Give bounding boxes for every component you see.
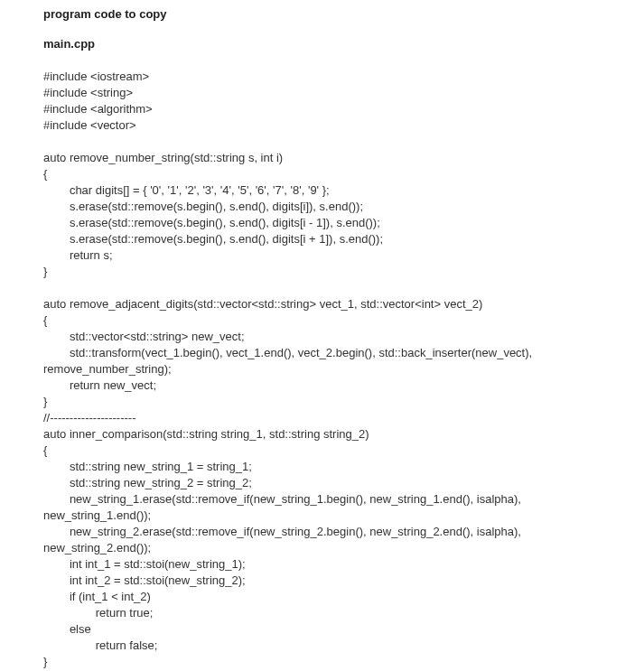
- code-line: s.erase(std::remove(s.begin(), s.end(), …: [43, 231, 644, 247]
- code-line: std::vector<std::string> new_vect;: [43, 329, 644, 345]
- code-line: return true;: [43, 605, 644, 621]
- code-line: #include <vector>: [43, 117, 644, 134]
- code-line: {: [43, 443, 644, 459]
- code-line: s.erase(std::remove(s.begin(), s.end(), …: [43, 199, 644, 215]
- code-line: #include <string>: [43, 85, 644, 101]
- code-line: char digits[] = { '0', '1', '2', '3', '4…: [43, 182, 644, 199]
- code-line: }: [43, 654, 644, 670]
- code-line: new_string_2.erase(std::remove_if(new_st…: [43, 524, 644, 540]
- page-container: program code to copy main.cpp #include <…: [0, 0, 644, 670]
- code-line: }: [43, 394, 644, 410]
- code-line: return s;: [43, 247, 644, 264]
- code-line: #include <iostream>: [43, 69, 644, 85]
- code-line: }: [43, 264, 644, 280]
- filename-label: main.cpp: [43, 37, 644, 51]
- code-line: int int_1 = std::stoi(new_string_1);: [43, 556, 644, 573]
- code-line: else: [43, 621, 644, 638]
- code-line: #include <algorithm>: [43, 101, 644, 117]
- code-line: [43, 280, 644, 296]
- section-heading: program code to copy: [43, 7, 644, 21]
- code-line: remove_number_string);: [43, 361, 644, 377]
- code-line: std::string new_string_2 = string_2;: [43, 475, 644, 491]
- code-line: //----------------------: [43, 410, 644, 426]
- code-line: new_string_1.erase(std::remove_if(new_st…: [43, 491, 644, 508]
- code-line: auto remove_number_string(std::string s,…: [43, 150, 644, 166]
- code-line: std::transform(vect_1.begin(), vect_1.en…: [43, 345, 644, 361]
- code-line: std::string new_string_1 = string_1;: [43, 459, 644, 475]
- code-line: new_string_1.end());: [43, 508, 644, 524]
- code-block: #include <iostream>#include <string>#inc…: [43, 69, 644, 670]
- code-line: int int_2 = std::stoi(new_string_2);: [43, 573, 644, 589]
- code-line: return false;: [43, 638, 644, 654]
- code-line: {: [43, 166, 644, 182]
- code-line: auto inner_comparison(std::string string…: [43, 426, 644, 443]
- code-line: auto remove_adjacent_digits(std::vector<…: [43, 296, 644, 312]
- code-line: s.erase(std::remove(s.begin(), s.end(), …: [43, 215, 644, 231]
- code-line: new_string_2.end());: [43, 540, 644, 556]
- code-line: [43, 134, 644, 150]
- code-line: return new_vect;: [43, 377, 644, 394]
- code-line: {: [43, 312, 644, 329]
- code-line: if (int_1 < int_2): [43, 589, 644, 605]
